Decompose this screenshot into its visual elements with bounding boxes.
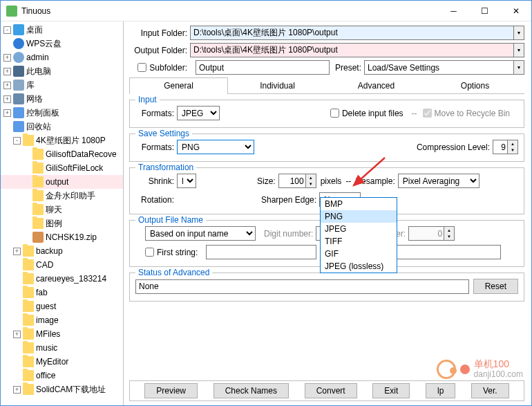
- tree-item[interactable]: +MFiles: [1, 327, 123, 341]
- expand-icon[interactable]: +: [13, 386, 21, 394]
- output-folder-dropdown-icon[interactable]: ▾: [514, 43, 524, 57]
- tree-item-label: WPS云盘: [26, 38, 61, 50]
- save-formats-dropdown[interactable]: BMPPNGJPEGTIFFGIFJPEG (lossless): [320, 197, 397, 273]
- dropdown-option[interactable]: PNG: [321, 210, 397, 223]
- preset-dropdown-icon[interactable]: ▾: [514, 60, 524, 75]
- expand-icon[interactable]: +: [3, 109, 11, 117]
- tree-item[interactable]: image: [1, 313, 123, 327]
- tree-item[interactable]: 聊天: [1, 203, 123, 216]
- start-field: [408, 226, 444, 241]
- reset-button[interactable]: Reset: [473, 279, 518, 294]
- output-folder-field[interactable]: [190, 43, 514, 57]
- compression-spinner[interactable]: ▲▼: [508, 140, 518, 154]
- tree-item[interactable]: +控制面板: [1, 106, 123, 120]
- tree-item[interactable]: +backup: [1, 244, 123, 258]
- status-legend: Status of Advanced: [135, 268, 212, 277]
- subfolder-checkbox-wrap[interactable]: Subfolder:: [129, 63, 187, 73]
- dropdown-option[interactable]: JPEG (lossless): [321, 260, 397, 273]
- subfolder-checkbox[interactable]: [137, 63, 146, 72]
- folder-icon: [32, 149, 44, 160]
- rotation-label: Rotation:: [135, 195, 174, 205]
- help-button[interactable]: lp: [426, 383, 455, 398]
- end-string-field[interactable]: [390, 245, 501, 259]
- tab-advanced[interactable]: Advanced: [327, 77, 426, 93]
- tab-individual[interactable]: Individual: [228, 77, 327, 93]
- input-folder-field[interactable]: [190, 26, 514, 40]
- dropdown-option[interactable]: BMP: [321, 198, 397, 210]
- delete-input-checkbox[interactable]: [330, 109, 339, 118]
- tree-item[interactable]: office: [1, 369, 123, 382]
- tree-item[interactable]: GiliSoftFileLock: [1, 161, 123, 175]
- exit-button[interactable]: Exit: [372, 383, 410, 398]
- maximize-button[interactable]: ☐: [469, 1, 500, 21]
- size-spinner[interactable]: ▲▼: [306, 174, 316, 188]
- tree-item-label: backup: [36, 246, 63, 256]
- tree-item[interactable]: +SolidCAM下载地址: [1, 382, 123, 396]
- tree-item[interactable]: WPS云盘: [1, 37, 123, 50]
- version-button[interactable]: Ver.: [471, 383, 509, 398]
- name-basis-select[interactable]: Based on input name: [145, 226, 256, 241]
- tree-item[interactable]: MyEditor: [1, 355, 123, 369]
- expand-icon[interactable]: +: [3, 68, 11, 75]
- minimize-button[interactable]: ─: [438, 1, 469, 21]
- status-field[interactable]: [135, 279, 469, 294]
- dropdown-option[interactable]: TIFF: [321, 235, 397, 248]
- expand-icon[interactable]: +: [3, 95, 11, 103]
- preview-button[interactable]: Preview: [144, 383, 198, 398]
- dropdown-option[interactable]: GIF: [321, 248, 397, 260]
- tree-item[interactable]: 回收站: [1, 120, 123, 133]
- tree-item[interactable]: fab: [1, 286, 123, 299]
- tree-item-label: MFiles: [36, 329, 60, 339]
- compression-field[interactable]: [493, 140, 508, 154]
- expand-icon[interactable]: -: [3, 26, 11, 34]
- tree-item[interactable]: -桌面: [1, 23, 123, 37]
- close-button[interactable]: ✕: [500, 1, 531, 21]
- drive-icon: [13, 80, 24, 91]
- size-field[interactable]: [278, 174, 306, 188]
- tree-item[interactable]: 金舟水印助手: [1, 189, 123, 203]
- check-names-button[interactable]: Check Names: [213, 383, 289, 398]
- convert-button[interactable]: Convert: [305, 383, 357, 398]
- tree-item[interactable]: 图例: [1, 216, 123, 230]
- first-string-checkbox-wrap[interactable]: First string:: [145, 248, 198, 257]
- expand-icon[interactable]: +: [13, 331, 21, 338]
- tree-item[interactable]: -4K壁纸图片 1080P: [1, 133, 123, 147]
- input-formats-label: Formats:: [135, 109, 174, 118]
- tree-item[interactable]: careueyes_183214: [1, 272, 123, 286]
- tree-item[interactable]: NCHSK19.zip: [1, 230, 123, 244]
- tree-item[interactable]: CAD: [1, 258, 123, 272]
- tab-general[interactable]: General: [129, 77, 228, 93]
- input-folder-dropdown-icon[interactable]: ▾: [514, 26, 524, 40]
- preset-field[interactable]: [364, 60, 514, 75]
- tree-item[interactable]: output: [1, 175, 123, 189]
- expand-icon[interactable]: +: [3, 54, 11, 62]
- subfolder-field[interactable]: [196, 60, 330, 75]
- tree-item[interactable]: +网络: [1, 92, 123, 106]
- first-string-field[interactable]: [206, 245, 316, 259]
- tree-item[interactable]: +admin: [1, 50, 123, 64]
- expand-icon[interactable]: +: [3, 82, 11, 89]
- tree-item-label: 图例: [46, 218, 62, 230]
- tree-item[interactable]: +此电脑: [1, 64, 123, 78]
- expand-icon[interactable]: -: [13, 137, 21, 145]
- delete-input-checkbox-wrap[interactable]: Delete input files: [330, 109, 403, 118]
- dropdown-option[interactable]: JPEG: [321, 223, 397, 235]
- expand-icon[interactable]: +: [13, 248, 21, 255]
- tree-item[interactable]: +库: [1, 78, 123, 92]
- resample-select[interactable]: Pixel Averaging: [398, 174, 479, 188]
- folder-icon: [32, 176, 44, 187]
- first-string-checkbox[interactable]: [145, 248, 154, 257]
- bottom-toolbar: Preview Check Names Convert Exit lp Ver.: [129, 380, 524, 401]
- resample-label: Resample:: [355, 176, 395, 186]
- tree-item[interactable]: guest: [1, 299, 123, 313]
- shrink-select[interactable]: N: [177, 174, 196, 188]
- folder-icon: [23, 370, 34, 381]
- tab-options[interactable]: Options: [426, 77, 524, 93]
- input-formats-select[interactable]: JPEG: [177, 106, 220, 120]
- folder-icon: [23, 342, 34, 353]
- save-formats-select[interactable]: PNG: [177, 140, 254, 154]
- tree-item[interactable]: music: [1, 341, 123, 355]
- tree-item[interactable]: GilisoftDataRecove: [1, 147, 123, 161]
- folder-tree[interactable]: -桌面WPS云盘+admin+此电脑+库+网络+控制面板回收站-4K壁纸图片 1…: [1, 21, 124, 405]
- first-string-label: First string:: [157, 248, 198, 257]
